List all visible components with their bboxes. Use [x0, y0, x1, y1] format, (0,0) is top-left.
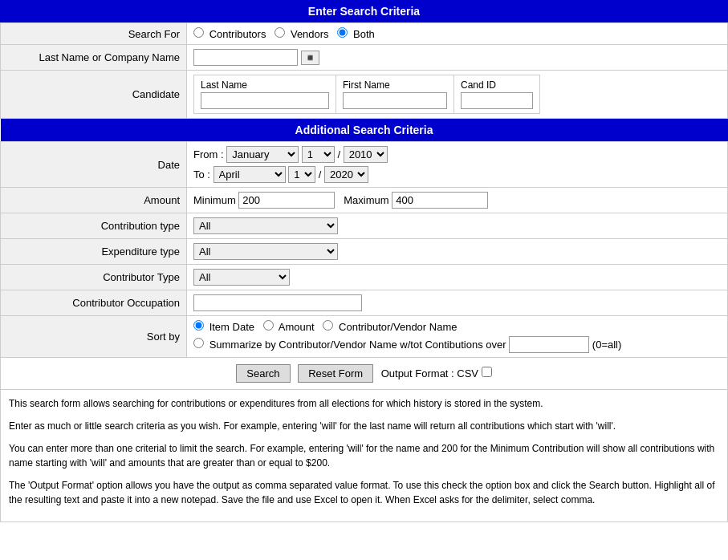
contributor-type-select[interactable]: All	[193, 269, 290, 286]
contributors-radio-label[interactable]: Contributors	[193, 28, 269, 40]
amount-cell: Minimum Maximum	[187, 188, 728, 213]
contributors-radio[interactable]	[193, 27, 204, 38]
expenditure-type-cell: All	[187, 239, 728, 265]
to-day-select[interactable]: 123	[288, 166, 315, 183]
sort-amount-label[interactable]: Amount	[263, 321, 317, 333]
expenditure-type-select[interactable]: All	[193, 243, 338, 260]
csv-checkbox[interactable]	[482, 367, 492, 377]
date-cell: From : JanuaryFebruaryMarch AprilMayJune…	[187, 142, 728, 188]
candidate-last-name-input[interactable]	[201, 92, 329, 109]
sort-item-date-radio[interactable]	[193, 320, 204, 331]
search-button[interactable]: Search	[236, 364, 290, 383]
contribution-type-label: Contribution type	[1, 213, 187, 239]
help-text-1: This search form allows searching for co…	[9, 396, 719, 411]
candidate-first-name-input[interactable]	[343, 92, 447, 109]
sort-by-label: Sort by	[1, 316, 187, 358]
last-name-company-label: Last Name or Company Name	[1, 45, 187, 71]
help-text-4: The 'Output Format' option allows you ha…	[9, 478, 719, 507]
button-row: Search Reset Form Output Format : CSV	[0, 358, 728, 390]
candidate-cand-id-input[interactable]	[461, 92, 533, 109]
from-year-select[interactable]: 2008200920102011 2012201320142015 201620…	[344, 146, 388, 163]
maximum-input[interactable]	[392, 192, 488, 209]
from-month-select[interactable]: JanuaryFebruaryMarch AprilMayJune JulyAu…	[226, 146, 299, 163]
sort-contributor-vendor-radio[interactable]	[323, 320, 333, 331]
minimum-label: Minimum	[193, 194, 236, 206]
help-text-2: Enter as much or little search criteria …	[9, 419, 719, 433]
candidate-label: Candidate	[1, 71, 187, 119]
sort-item-date-label[interactable]: Item Date	[193, 321, 258, 333]
to-year-select[interactable]: 2008200920102011 2012201320142015 201620…	[324, 166, 368, 183]
sort-summarize-radio[interactable]	[193, 338, 204, 348]
last-name-company-cell: ◾	[187, 45, 728, 71]
enter-search-criteria-header: Enter Search Criteria	[0, 0, 728, 22]
to-month-select[interactable]: JanuaryFebruaryMarch AprilMayJune JulyAu…	[214, 166, 286, 183]
contributor-occupation-cell	[187, 290, 728, 316]
help-text-3: You can enter more than one criterial to…	[9, 441, 719, 470]
first-name-col-label: First Name	[343, 79, 447, 91]
reset-button[interactable]: Reset Form	[298, 364, 373, 383]
last-name-col-label: Last Name	[201, 79, 329, 91]
contributor-occupation-input[interactable]	[193, 294, 362, 311]
minimum-input[interactable]	[238, 192, 335, 209]
search-for-cell: Contributors Vendors Both	[187, 23, 728, 45]
help-text-section: This search form allows searching for co…	[0, 390, 728, 522]
expenditure-type-label: Expenditure type	[1, 239, 187, 265]
search-for-label: Search For	[1, 23, 187, 45]
from-label: From :	[193, 148, 224, 160]
summarize-suffix: (0=all)	[592, 339, 622, 351]
to-label: To :	[193, 168, 210, 181]
summarize-value-input[interactable]	[509, 336, 589, 353]
sort-amount-radio[interactable]	[263, 320, 274, 331]
candidate-cell: Last Name First Name Cand ID	[187, 71, 728, 119]
both-radio[interactable]	[337, 27, 348, 38]
from-day-select[interactable]: 12345 678910 1112131415 1617181920 21222…	[302, 146, 335, 163]
sort-by-cell: Item Date Amount Contributor/Vendor Name…	[187, 316, 728, 358]
date-label: Date	[1, 142, 187, 188]
vendors-radio[interactable]	[275, 27, 285, 38]
cand-id-col-label: Cand ID	[461, 79, 533, 91]
contributor-type-label: Contributor Type	[1, 265, 187, 290]
last-name-company-icon[interactable]: ◾	[301, 51, 319, 65]
sort-contributor-vendor-label[interactable]: Contributor/Vendor Name	[323, 321, 457, 333]
contribution-type-cell: All	[187, 213, 728, 239]
output-format-label: Output Format : CSV	[381, 367, 478, 379]
contribution-type-select[interactable]: All	[193, 217, 338, 234]
vendors-radio-label[interactable]: Vendors	[275, 28, 331, 40]
maximum-label: Maximum	[344, 194, 388, 206]
contributor-type-cell: All	[187, 265, 728, 290]
sort-summarize-label[interactable]: Summarize by Contributor/Vendor Name w/t…	[193, 339, 509, 351]
additional-criteria-header: Additional Search Criteria	[1, 119, 728, 141]
contributor-occupation-label: Contributor Occupation	[1, 290, 187, 316]
amount-label: Amount	[1, 188, 187, 213]
both-radio-label[interactable]: Both	[337, 28, 374, 40]
last-name-company-input[interactable]	[193, 49, 298, 66]
